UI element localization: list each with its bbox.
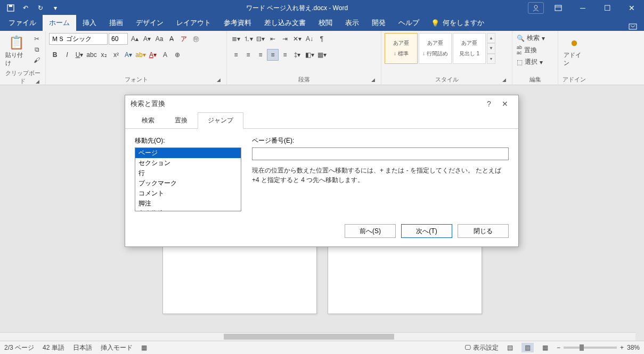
style-heading1[interactable]: あア亜見出し 1 (453, 33, 486, 64)
zoom-in-button[interactable]: + (620, 344, 624, 351)
dialog-tab-goto[interactable]: ジャンプ (198, 112, 243, 129)
account-icon[interactable] (528, 2, 544, 14)
justify-icon[interactable]: ≡ (267, 49, 279, 61)
status-words[interactable]: 42 単語 (43, 343, 64, 352)
tab-review[interactable]: 校閲 (312, 15, 339, 31)
clear-format-icon[interactable]: A̶ (166, 33, 177, 45)
dialog-close-button[interactable]: ✕ (497, 100, 513, 108)
tab-references[interactable]: 参考資料 (217, 15, 258, 31)
view-web-icon[interactable]: ▦ (542, 344, 548, 351)
decrease-indent-icon[interactable]: ⇤ (267, 33, 279, 45)
font-color-icon[interactable]: A▾ (147, 49, 159, 61)
enclose-char-icon[interactable]: ⊕ (172, 49, 183, 61)
superscript-button[interactable]: x² (110, 49, 122, 61)
bold-button[interactable]: B (49, 49, 61, 61)
tab-insert[interactable]: 挿入 (76, 15, 103, 31)
share-icon[interactable] (623, 22, 644, 31)
font-name-input[interactable] (49, 33, 108, 45)
goto-item-footnote[interactable]: 脚注 (135, 199, 241, 209)
increase-indent-icon[interactable]: ⇥ (279, 33, 291, 45)
goto-item-endnote[interactable]: 文末脚注 (135, 209, 241, 211)
close-button[interactable]: ✕ (619, 0, 644, 16)
numbering-icon[interactable]: ⒈▾ (242, 33, 254, 45)
select-button[interactable]: ⬚選択▾ (516, 57, 546, 67)
zoom-slider[interactable] (564, 347, 617, 349)
multilevel-icon[interactable]: ⊟▾ (255, 33, 266, 45)
zoom-level[interactable]: 38% (627, 344, 640, 351)
display-settings-button[interactable]: 🖵表示設定 (464, 343, 499, 352)
font-launcher[interactable]: ◢ (215, 76, 222, 84)
view-read-icon[interactable]: ▤ (507, 344, 513, 351)
cut-icon[interactable]: ✂ (31, 34, 42, 44)
minimize-button[interactable]: ─ (570, 0, 595, 16)
sort-icon[interactable]: A↓ (304, 33, 315, 45)
zoom-thumb[interactable] (580, 344, 584, 351)
tab-mailings[interactable]: 差し込み文書 (258, 15, 312, 31)
font-size-input[interactable] (109, 33, 128, 45)
tab-view[interactable]: 表示 (339, 15, 365, 31)
goto-item-section[interactable]: セクション (135, 158, 241, 168)
phonetic-icon[interactable]: ア (178, 33, 190, 45)
char-shading-icon[interactable]: A (159, 49, 171, 61)
shrink-font-icon[interactable]: A▾ (141, 33, 153, 45)
tab-developer[interactable]: 開発 (365, 15, 392, 31)
dialog-help-button[interactable]: ? (481, 100, 497, 108)
show-marks-icon[interactable]: ¶ (316, 33, 328, 45)
format-painter-icon[interactable]: 🖌 (31, 55, 42, 65)
close-button-dialog[interactable]: 閉じる (458, 224, 509, 238)
copy-icon[interactable]: ⧉ (31, 45, 42, 54)
highlight-icon[interactable]: ab▾ (135, 49, 146, 61)
tab-layout[interactable]: レイアウト (170, 15, 217, 31)
style-scroll-down[interactable]: ▼ (487, 43, 495, 53)
replace-button[interactable]: abac置換 (516, 44, 546, 56)
maximize-button[interactable]: ☐ (595, 0, 619, 16)
status-language[interactable]: 日本語 (73, 343, 92, 352)
styles-launcher[interactable]: ◢ (500, 76, 508, 84)
tell-me[interactable]: 💡 何をしますか (426, 15, 490, 31)
clipboard-launcher[interactable]: ◢ (34, 78, 41, 85)
goto-listbox[interactable]: ページ セクション 行 ブックマーク コメント 脚注 文末脚注 (135, 147, 241, 211)
shading-icon[interactable]: ◧▾ (304, 49, 315, 61)
change-case-icon[interactable]: Aa (153, 33, 165, 45)
find-button[interactable]: 🔍検索▾ (516, 33, 546, 43)
scrollbar-thumb[interactable] (224, 334, 394, 340)
style-no-spacing[interactable]: あア亜↓ 行間詰め (419, 33, 452, 64)
tab-home[interactable]: ホーム (43, 15, 76, 31)
goto-item-line[interactable]: 行 (135, 168, 241, 178)
style-expand[interactable]: ▾ (487, 54, 495, 64)
prev-button[interactable]: 前へ(S) (345, 224, 396, 238)
next-button[interactable]: 次へ(T) (401, 224, 452, 238)
paste-button[interactable]: 📋 貼り付け (3, 33, 29, 68)
strike-button[interactable]: abc (86, 49, 97, 61)
horizontal-scrollbar[interactable] (0, 332, 635, 341)
view-print-icon[interactable]: ▥ (521, 343, 534, 352)
enclose-icon[interactable]: ㊞ (190, 33, 202, 45)
align-center-icon[interactable]: ≡ (242, 49, 254, 61)
bullets-icon[interactable]: ≣▾ (230, 33, 242, 45)
status-page[interactable]: 2/3 ページ (4, 343, 34, 352)
subscript-button[interactable]: x₂ (98, 49, 110, 61)
borders-icon[interactable]: ▦▾ (316, 49, 328, 61)
status-macro-icon[interactable]: ▦ (141, 344, 147, 351)
tab-draw[interactable]: 描画 (103, 15, 129, 31)
tab-file[interactable]: ファイル (2, 15, 43, 31)
tab-help[interactable]: ヘルプ (392, 15, 426, 31)
zoom-out-button[interactable]: − (557, 344, 560, 351)
goto-item-bookmark[interactable]: ブックマーク (135, 178, 241, 188)
asian-layout-icon[interactable]: ✕▾ (291, 33, 303, 45)
dialog-tab-replace[interactable]: 置換 (165, 112, 198, 129)
distribute-icon[interactable]: ≡ (279, 49, 291, 61)
undo-icon[interactable]: ↶ (19, 2, 32, 14)
align-right-icon[interactable]: ≡ (255, 49, 266, 61)
underline-button[interactable]: U▾ (74, 49, 85, 61)
paragraph-launcher[interactable]: ◢ (369, 76, 377, 84)
addins-button[interactable]: ● アドイン (561, 33, 587, 68)
goto-item-comment[interactable]: コメント (135, 188, 241, 199)
style-scroll-up[interactable]: ▲ (487, 33, 495, 43)
page-number-input[interactable] (252, 147, 509, 160)
goto-item-page[interactable]: ページ (135, 148, 241, 158)
style-normal[interactable]: あア亜↓ 標準 (385, 33, 418, 64)
ribbon-options-icon[interactable] (546, 0, 570, 16)
redo-icon[interactable]: ↻ (34, 2, 47, 14)
tab-design[interactable]: デザイン (129, 15, 170, 31)
